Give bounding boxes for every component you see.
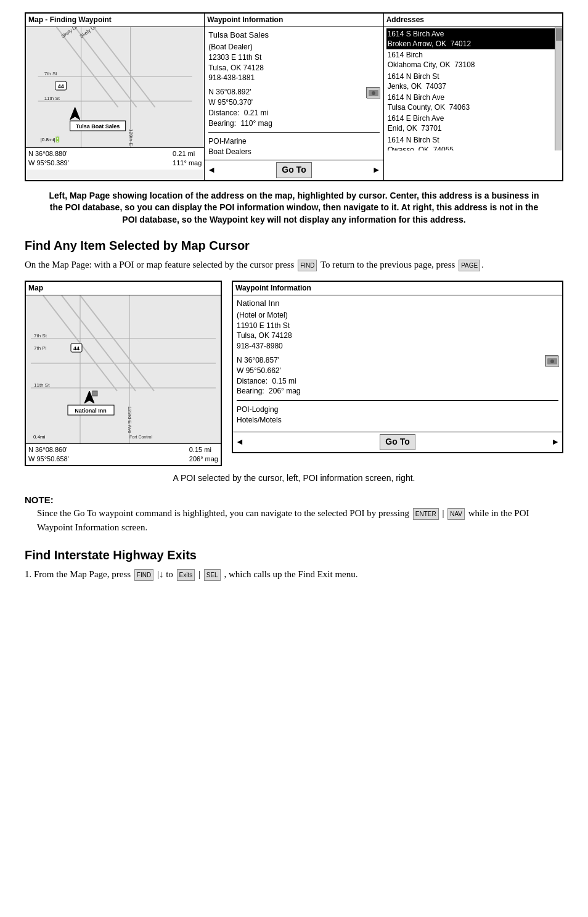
address-item-3[interactable]: 1614 N Birch AveTulsa County, OK 74063 <box>386 92 560 113</box>
address-list[interactable]: 1614 S Birch AveBroken Arrow, OK 74012 1… <box>384 27 562 150</box>
mid-goto-button[interactable]: Go To <box>380 434 415 450</box>
poi-sub: Boat Dealers <box>208 147 379 157</box>
mid-map-header: Map <box>26 282 221 295</box>
section2-heading: Find Interstate Highway Exits <box>25 546 563 564</box>
mid-divider <box>237 400 558 401</box>
coord-w-left: W 95°50.389' <box>28 158 69 168</box>
svg-text:123rd E Ave: 123rd E Ave <box>127 406 133 434</box>
svg-text:Fort Control: Fort Control <box>129 435 152 439</box>
mid-waypoint-content: National Inn (Hotel or Motel) 11910 E 11… <box>233 295 562 432</box>
map-footer-left: N 36°08.880' W 95°50.389' 0.21 mi 111° m… <box>26 147 204 170</box>
svg-rect-39 <box>92 391 97 396</box>
waypoint-coords-block: N 36°08.892' W 95°50.370' Distance: 0.21… <box>208 87 379 128</box>
coord-w: W 95°50.370' <box>208 97 272 108</box>
goto-bar-center[interactable]: ◄ Go To ► <box>205 160 383 180</box>
mid-waypoint-name: National Inn <box>237 298 558 309</box>
address-item-0[interactable]: 1614 S Birch AveBroken Arrow, OK 74012 <box>386 28 560 49</box>
distance-row: Distance: 0.21 mi <box>208 108 272 118</box>
svg-text:11th St: 11th St <box>44 96 60 101</box>
mid-camera-icon <box>545 355 558 366</box>
mid-distance-row: Distance: 0.15 mi <box>237 376 301 387</box>
goto-arrow-right[interactable]: ► <box>372 164 381 176</box>
exits-icon: Exits <box>177 569 195 581</box>
mid-figure: Map 7th St 7th Pl 11th St <box>25 281 563 467</box>
mid-coord-n: N 36°08.857' <box>237 355 301 366</box>
find-icon-2: FIND <box>134 569 153 581</box>
exits-section: Find Interstate Highway Exits 1. From th… <box>25 546 563 582</box>
goto-label-center: Go To <box>282 164 306 176</box>
note-label: NOTE: <box>25 493 563 506</box>
poi-cat: POI-Marine <box>208 136 379 147</box>
address-item-4[interactable]: 1614 E Birch AveEnid, OK 73701 <box>386 113 560 134</box>
map-distance-left: 0.21 mi 111° mag <box>173 149 202 168</box>
mid-coord-block: N 36°08.857' W 95°50.662' Distance: 0.15… <box>237 355 301 397</box>
top-caption: Left, Map Page showing location of the a… <box>43 190 545 226</box>
waypoint-type: (Boat Dealer) <box>208 42 379 52</box>
mid-goto-bar[interactable]: ◄ Go To ► <box>233 432 562 452</box>
svg-text:Tulsa Boat Sales: Tulsa Boat Sales <box>76 123 120 130</box>
addresses-panel-header: Addresses <box>384 14 562 27</box>
section1-body: On the Map Page: with a POI or map featu… <box>25 258 563 272</box>
waypoint-phone: 918-438-1881 <box>208 73 379 83</box>
mid-waypoint-city: Tulsa, OK 74128 <box>237 331 558 341</box>
mid-map-footer: N 36°08.860' W 95°50.658' 0.15 mi 206° m… <box>26 443 221 466</box>
svg-text:129th E: 129th E <box>128 129 134 146</box>
waypoint-panel-center: Waypoint Information Tulsa Boat Sales (B… <box>205 14 383 180</box>
nav-icon-note: NAV <box>447 508 465 520</box>
coord-n-left: N 36°08.880' <box>28 149 69 158</box>
coord-n: N 36°08.892' <box>208 87 272 97</box>
mid-distance-right: 0.15 mi 206° mag <box>189 445 218 464</box>
mid-caption: A POI selected by the cursor, left, POI … <box>25 472 563 485</box>
svg-text:7th Pl: 7th Pl <box>34 345 47 351</box>
svg-text:44: 44 <box>73 345 80 352</box>
svg-text:🔋: 🔋 <box>54 135 62 143</box>
divider <box>208 132 379 133</box>
mid-bearing-row: Bearing: 206° mag <box>237 386 301 397</box>
mid-coords-block: N 36°08.857' W 95°50.662' Distance: 0.15… <box>237 355 558 397</box>
map-coords-left: N 36°08.880' W 95°50.389' <box>28 149 69 168</box>
svg-text:11th St: 11th St <box>34 382 50 388</box>
mid-goto-arrow-left[interactable]: ◄ <box>235 436 244 448</box>
nav-icon-1: FIND <box>298 260 317 271</box>
address-item-2[interactable]: 1614 N Birch StJenks, OK 74037 <box>386 71 560 92</box>
mid-waypoint-address: 11910 E 11th St <box>237 321 558 331</box>
mid-waypoint-phone: 918-437-8980 <box>237 341 558 352</box>
mid-coord-w: W 95°50.662' <box>237 366 301 376</box>
waypoint-city: Tulsa, OK 74128 <box>208 63 379 73</box>
note-section: NOTE: Since the Go To waypoint command i… <box>25 493 563 534</box>
mid-waypoint-type: (Hotel or Motel) <box>237 310 558 321</box>
addresses-panel-right: Addresses 1614 S Birch AveBroken Arrow, … <box>384 14 562 180</box>
address-item-5[interactable]: 1614 N Birch StOwasso, OK 74055 <box>386 134 560 150</box>
waypoint-panel-header: Waypoint Information <box>205 14 383 27</box>
mid-map-image: 7th St 7th Pl 11th St 123rd E Ave 44 Nat… <box>26 295 221 443</box>
mid-map-panel: Map 7th St 7th Pl 11th St <box>25 281 222 467</box>
svg-point-46 <box>550 360 554 363</box>
svg-text:0.4mi: 0.4mi <box>33 434 46 440</box>
svg-text:7th St: 7th St <box>34 333 47 339</box>
coord-block: N 36°08.892' W 95°50.370' Distance: 0.21… <box>208 87 272 128</box>
camera-icon <box>366 87 380 98</box>
scroll-bar[interactable] <box>555 27 562 150</box>
address-item-1[interactable]: 1614 BirchOklahoma City, OK 73108 <box>386 49 560 70</box>
top-figure: Map - Finding Waypoint Skely Dr Skely Dr… <box>25 12 563 181</box>
map-panel-left: Map - Finding Waypoint Skely Dr Skely Dr… <box>26 14 205 180</box>
map-panel-header: Map - Finding Waypoint <box>26 14 204 27</box>
mid-map-svg: 7th St 7th Pl 11th St 123rd E Ave 44 Nat… <box>26 295 221 443</box>
svg-text:44: 44 <box>58 83 64 89</box>
svg-text:7th St: 7th St <box>44 71 58 76</box>
mid-coords-left: N 36°08.860' W 95°50.658' <box>28 445 69 464</box>
scroll-thumb[interactable] <box>556 28 562 41</box>
bearing-row: Bearing: 110° mag <box>208 118 272 129</box>
waypoint-address: 12303 E 11th St <box>208 52 379 63</box>
select-icon: SEL <box>204 569 221 581</box>
map-svg-left: Skely Dr Skely Dr 7th St 11th St 129th E… <box>26 27 204 147</box>
mid-poi-cat: POI-Lodging <box>237 405 558 415</box>
svg-point-22 <box>372 91 375 95</box>
mid-waypoint-panel: Waypoint Information National Inn (Hotel… <box>232 281 563 453</box>
mid-goto-arrow-right[interactable]: ► <box>551 436 560 448</box>
mid-goto-label: Go To <box>385 436 409 448</box>
goto-button-center[interactable]: Go To <box>276 162 311 178</box>
map-image-left: Skely Dr Skely Dr 7th St 11th St 129th E… <box>26 27 204 147</box>
waypoint-content-center: Tulsa Boat Sales (Boat Dealer) 12303 E 1… <box>205 27 383 160</box>
goto-arrow-left[interactable]: ◄ <box>207 164 216 176</box>
